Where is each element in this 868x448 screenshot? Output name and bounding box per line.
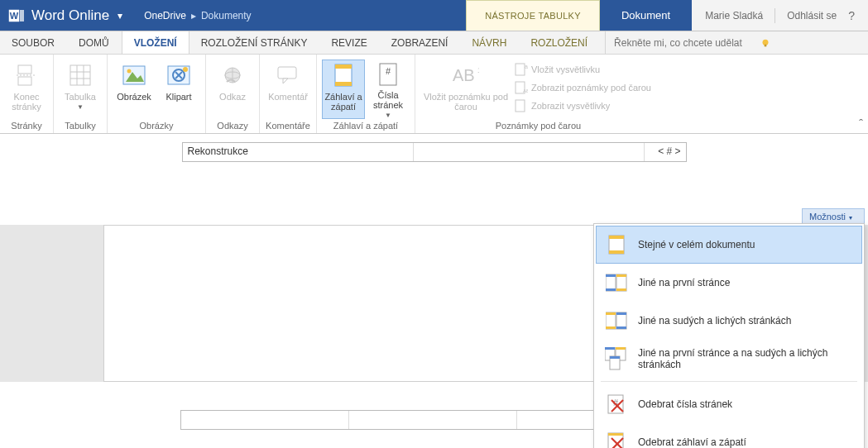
menu-separator (601, 381, 857, 382)
group-hf-label: Záhlaví a zápatí (322, 119, 410, 134)
tab-file[interactable]: SOUBOR (0, 31, 67, 54)
comment-icon (275, 62, 301, 88)
insert-endnote-button: ab Vložit vysvětlivku (515, 63, 651, 76)
lightbulb-icon (760, 37, 771, 49)
stage: Rekonstrukce < # > Možnosti Stejné v cel… (0, 142, 868, 448)
svg-rect-38 (516, 100, 525, 112)
svg-text:AB: AB (453, 66, 475, 84)
opt-diff-first-label: Jiné na první stránce (638, 277, 730, 288)
tab-design[interactable]: NÁVRH (460, 31, 519, 54)
ribbon-collapse-button[interactable]: ˆ (859, 117, 863, 131)
picture-icon (121, 62, 147, 88)
svg-text:1: 1 (477, 66, 479, 74)
svg-rect-40 (609, 236, 624, 239)
clipart-button[interactable]: Klipart (157, 60, 200, 119)
options-menu: Stejné v celém dokumentu Jiné na první s… (593, 223, 865, 448)
signout-link[interactable]: Odhlásit se (787, 10, 837, 21)
svg-rect-55 (605, 347, 615, 350)
picture-button[interactable]: Obrázek (113, 60, 156, 119)
svg-rect-57 (616, 347, 626, 350)
user-name[interactable]: Marie Sladká (705, 10, 763, 21)
options-button[interactable]: Možnosti (802, 208, 865, 225)
help-button[interactable]: ? (848, 9, 855, 22)
opt-diff-first-oddeven[interactable]: Jiné na první stránce a na sudých a lich… (596, 340, 862, 378)
svg-rect-25 (278, 67, 296, 79)
page-numbers-button[interactable]: # Čísla stránek ▼ (367, 60, 410, 119)
opt-diff-oddeven-label: Jiné na sudých a lichých stránkách (638, 315, 791, 326)
group-links: Odkaz Odkazy (206, 55, 260, 133)
document-name[interactable]: Dokument (600, 0, 692, 31)
svg-rect-7 (18, 77, 31, 85)
svg-rect-28 (335, 64, 352, 69)
crumb-root[interactable]: OneDrive (144, 10, 186, 21)
opt-diff-oddeven[interactable]: Jiné na sudých a lichých stránkách (596, 302, 862, 340)
svg-rect-59 (610, 356, 620, 359)
svg-text:AB¹: AB¹ (523, 88, 528, 93)
group-footnotes: AB1 Vložit poznámku pod čarou ab Vložit … (415, 55, 661, 133)
svg-rect-29 (335, 82, 352, 86)
opt-diff-first-oddeven-label: Jiné na první stránce a na sudých a lich… (638, 347, 853, 370)
page-numbers-icon: # (375, 62, 401, 87)
header-left[interactable]: Rekonstrukce (183, 143, 414, 161)
link-button: Odkaz (211, 60, 254, 119)
opt-remove-hf-label: Odebrat záhlaví a zápatí (638, 436, 746, 448)
show-footnotes-button: AB¹ Zobrazit poznámky pod čarou (515, 81, 651, 94)
svg-rect-52 (616, 312, 626, 315)
svg-text:W: W (10, 11, 19, 21)
svg-text:ab: ab (525, 64, 528, 69)
crumb-sep: ▸ (191, 10, 196, 21)
header-right[interactable]: < # > (645, 143, 686, 161)
opt-same-all[interactable]: Stejné v celém dokumentu (596, 226, 862, 264)
tab-home[interactable]: DOMŮ (67, 31, 122, 54)
svg-rect-44 (606, 288, 616, 291)
group-pictures: Obrázek Klipart Obrázky (108, 55, 206, 133)
tab-layout[interactable]: ROZLOŽENÍ STRÁNKY (189, 31, 320, 54)
svg-rect-43 (606, 274, 616, 277)
link-icon (219, 62, 246, 88)
group-pictures-label: Obrázky (113, 119, 200, 134)
svg-rect-41 (609, 250, 624, 254)
opt-remove-numbers[interactable]: # Odebrat čísla stránek (596, 385, 862, 423)
footer-center[interactable] (349, 411, 517, 429)
tab-review[interactable]: REVIZE (319, 31, 379, 54)
header-center[interactable] (414, 143, 645, 161)
brand-chevron-icon[interactable]: ▾ (117, 10, 122, 21)
tell-me-input[interactable] (611, 36, 760, 50)
opt-remove-hf[interactable]: Odebrat záhlaví a zápatí (596, 423, 862, 448)
group-tables: Tabulka ▼ Tabulky (54, 55, 108, 133)
svg-rect-46 (616, 274, 626, 277)
svg-text:#: # (386, 66, 391, 76)
brand[interactable]: W Word Online ▾ (0, 0, 132, 31)
titlebar: W Word Online ▾ OneDrive ▸ Dokumenty NÁS… (0, 0, 868, 31)
insert-endnote-label: Vložit vysvětlivku (531, 64, 600, 74)
show-endnotes-icon (515, 99, 528, 112)
header-footer-button[interactable]: Záhlaví a zápatí (322, 60, 365, 119)
clipart-icon (165, 62, 192, 88)
footer-left[interactable] (181, 411, 349, 429)
opt-same-all-label: Stejné v celém dokumentu (638, 239, 755, 250)
svg-rect-50 (606, 326, 616, 329)
group-pages: Konec stránky Stránky (0, 55, 54, 133)
picture-label: Obrázek (117, 92, 151, 102)
header-fields[interactable]: Rekonstrukce < # > (182, 142, 687, 162)
tab-tbl-layout[interactable]: ROZLOŽENÍ (519, 31, 600, 54)
ribbon: Konec stránky Stránky Tabulka ▼ Tabulky … (0, 55, 868, 134)
page-break-label: Konec stránky (12, 92, 41, 112)
svg-marker-26 (283, 79, 288, 83)
svg-rect-49 (606, 312, 616, 315)
hf-label: Záhlaví a zápatí (324, 92, 362, 112)
svg-rect-3 (20, 10, 24, 21)
crumb-folder[interactable]: Dokumenty (201, 10, 252, 21)
group-footnotes-label: Poznámky pod čarou (420, 119, 656, 134)
svg-rect-53 (616, 326, 626, 329)
clipart-label: Klipart (165, 92, 191, 102)
tab-insert[interactable]: VLOŽENÍ (122, 31, 189, 54)
svg-rect-47 (616, 288, 626, 291)
show-footnotes-label: Zobrazit poznámky pod čarou (531, 83, 651, 93)
header-footer-icon (330, 62, 357, 88)
show-endnotes-button: Zobrazit vysvětlivky (515, 99, 651, 112)
chevron-down-icon: ▼ (77, 103, 84, 111)
opt-diff-first[interactable]: Jiné na první stránce (596, 264, 862, 302)
brand-label: Word Online (31, 7, 109, 24)
tab-view[interactable]: ZOBRAZENÍ (380, 31, 461, 54)
